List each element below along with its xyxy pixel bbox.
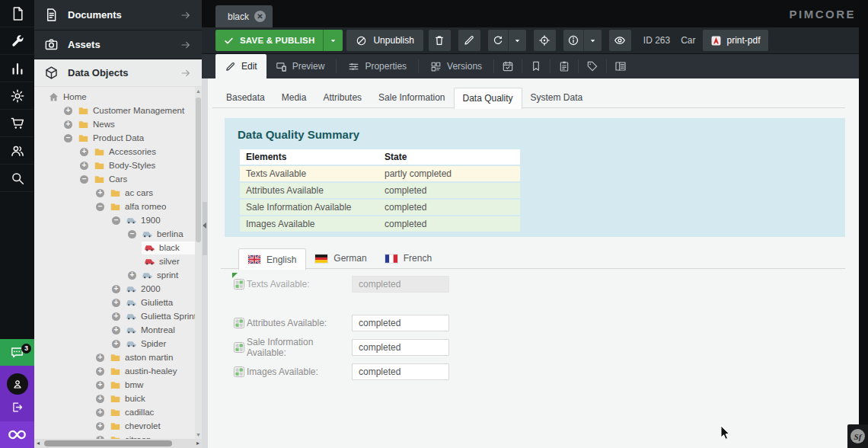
accordion-assets[interactable]: Assets	[34, 30, 202, 59]
panel-splitter[interactable]	[202, 78, 208, 448]
tree-node-giulietta[interactable]: +Giulietta	[34, 296, 195, 309]
tree-node-montreal[interactable]: +Montreal	[34, 323, 195, 337]
tree-node-cadillac[interactable]: +cadillac	[34, 405, 195, 419]
rail-reports-button[interactable]	[0, 55, 34, 82]
info-button[interactable]	[563, 30, 602, 51]
scroll-down-arrow[interactable]: ▼	[195, 432, 202, 437]
tree-expander-plus-icon[interactable]: +	[96, 367, 104, 376]
tree-node-1900[interactable]: –1900	[34, 213, 195, 227]
tree-node-accessories[interactable]: +Accessories	[34, 145, 195, 158]
scroll-right-arrow[interactable]: ▸	[196, 440, 199, 446]
language-tab-english[interactable]: English	[238, 248, 306, 270]
tree-node-aston-martin[interactable]: +aston martin	[34, 350, 195, 364]
rail-file-button[interactable]	[0, 0, 34, 27]
object-tab-sale-information[interactable]: Sale Information	[370, 88, 453, 108]
tree-expander-plus-icon[interactable]: +	[64, 120, 72, 129]
scroll-up-arrow[interactable]: ▲	[195, 88, 202, 94]
tree-expander-plus-icon[interactable]: +	[112, 326, 120, 334]
horizontal-scroll-thumb[interactable]	[44, 440, 172, 446]
accordion-documents[interactable]: Documents	[34, 0, 202, 30]
tree-expander-plus-icon[interactable]: +	[80, 162, 88, 170]
tree-node-citroen[interactable]: +citroen	[34, 433, 195, 439]
locate-in-tree-button[interactable]	[534, 30, 556, 51]
object-tab-basedata[interactable]: Basedata	[218, 88, 273, 108]
delete-button[interactable]	[429, 30, 451, 51]
tree-expander-plus-icon[interactable]: +	[96, 395, 104, 403]
tree-expander-plus-icon[interactable]: +	[96, 408, 104, 417]
language-tab-french[interactable]: French	[376, 248, 441, 269]
tree-expander-plus-icon[interactable]: +	[128, 271, 136, 280]
field-input-attributes-available[interactable]	[352, 315, 449, 331]
symfony-profiler-button[interactable]: Sf	[847, 424, 868, 448]
field-input-images-available[interactable]	[352, 363, 449, 380]
editor-tab-preview[interactable]: Preview	[266, 54, 334, 78]
unpublish-button[interactable]: Unpublish	[346, 30, 423, 51]
open-preview-button[interactable]	[609, 30, 631, 51]
accordion-data-objects[interactable]: Data Objects	[34, 59, 202, 87]
tree-node-2000[interactable]: +2000	[34, 282, 195, 296]
tree-node-silver[interactable]: silver	[34, 254, 195, 268]
rename-button[interactable]	[458, 30, 480, 51]
tree-node-home[interactable]: Home	[34, 90, 195, 104]
tree-node-buick[interactable]: +buick	[34, 392, 195, 405]
tree-expander-plus-icon[interactable]: +	[112, 285, 120, 293]
tree-node-sprint[interactable]: +sprint	[34, 268, 195, 282]
tree-expander-minus-icon[interactable]: –	[128, 230, 136, 238]
splitter-grip[interactable]	[203, 202, 207, 255]
tree-node-berlina[interactable]: –berlina	[34, 227, 195, 241]
tree-node-bmw[interactable]: +bmw	[34, 378, 195, 392]
tree-expander-minus-icon[interactable]: –	[112, 216, 120, 225]
tree-horizontal-scrollbar[interactable]: ◂ ▸	[34, 439, 202, 448]
reports-button[interactable]	[553, 54, 576, 78]
rail-tools-button[interactable]	[0, 27, 34, 55]
field-input-sale-information-available[interactable]	[352, 339, 449, 356]
tree-expander-plus-icon[interactable]: +	[80, 148, 88, 156]
rail-ecommerce-button[interactable]	[0, 110, 34, 137]
collapse-left-icon[interactable]	[203, 222, 206, 229]
rail-settings-button[interactable]	[0, 82, 34, 110]
object-tab-system-data[interactable]: System Data	[522, 88, 592, 108]
tree-expander-plus-icon[interactable]: +	[96, 354, 104, 362]
tree-expander-plus-icon[interactable]: +	[96, 189, 104, 197]
tree-node-spider[interactable]: +Spider	[34, 337, 195, 350]
tree-node-black[interactable]: black	[34, 241, 195, 254]
object-tab-attributes[interactable]: Attributes	[314, 88, 370, 108]
object-tab-media[interactable]: Media	[273, 88, 315, 108]
tags-button[interactable]	[581, 54, 604, 78]
tree-node-cars[interactable]: –Cars	[34, 172, 195, 186]
scroll-left-arrow[interactable]: ◂	[37, 440, 40, 446]
logout-button[interactable]	[11, 401, 24, 414]
tree-expander-minus-icon[interactable]: –	[80, 175, 88, 184]
save-publish-main[interactable]: SAVE & PUBLISH	[215, 30, 323, 51]
tree-node-customer-management[interactable]: +Customer Management	[34, 104, 195, 117]
rail-customers-button[interactable]	[0, 137, 34, 165]
layout-button[interactable]	[609, 54, 632, 78]
tree-expander-plus-icon[interactable]: +	[64, 107, 72, 115]
notifications-button[interactable]: 3	[0, 339, 34, 366]
tree-node-news[interactable]: +News	[34, 117, 195, 131]
tree-node-gulietta-sprint-specia[interactable]: +Gulietta Sprint Specia	[34, 309, 195, 323]
editor-tab-versions[interactable]: Versions	[421, 54, 491, 78]
schedule-button[interactable]	[496, 54, 519, 78]
tree-expander-plus-icon[interactable]: +	[112, 340, 120, 348]
tree-expander-minus-icon[interactable]: –	[96, 203, 104, 211]
reload-button-caret[interactable]	[508, 30, 526, 51]
tree-node-product-data[interactable]: –Product Data	[34, 131, 195, 145]
tree-node-alfa-romeo[interactable]: –alfa romeo	[34, 200, 195, 213]
print-pdf-button[interactable]: print-pdf	[703, 30, 768, 51]
object-tab-data-quality[interactable]: Data Quality	[454, 88, 522, 109]
editor-tab-edit[interactable]: Edit	[215, 54, 266, 78]
save-publish-caret[interactable]	[323, 30, 343, 51]
info-button-caret[interactable]	[583, 30, 602, 51]
reload-button[interactable]	[488, 30, 526, 51]
editor-tab-properties[interactable]: Properties	[339, 54, 416, 78]
tree-expander-plus-icon[interactable]: +	[96, 422, 104, 430]
tree-node-body-styles[interactable]: +Body-Styles	[34, 158, 195, 172]
close-icon[interactable]: ✕	[254, 11, 266, 22]
tree-expander-plus-icon[interactable]: +	[96, 381, 104, 389]
save-publish-button[interactable]: SAVE & PUBLISH	[215, 30, 343, 51]
field-input-texts-available[interactable]	[352, 276, 449, 293]
tree-node-chevrolet[interactable]: +chevrolet	[34, 419, 195, 433]
tree-expander-plus-icon[interactable]: +	[112, 312, 120, 321]
notes-events-button[interactable]	[525, 54, 547, 78]
